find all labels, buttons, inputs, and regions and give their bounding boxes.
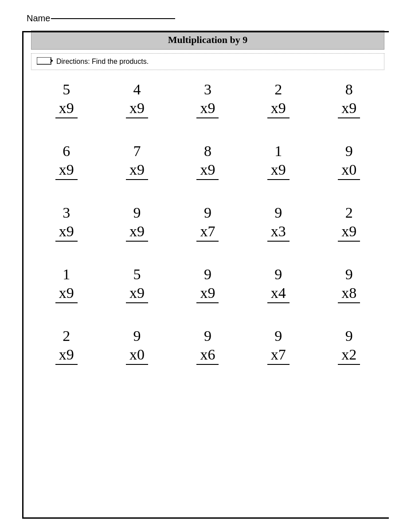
- problem-1-4: 2x9: [252, 81, 305, 118]
- problem-4-5: 9x8: [322, 266, 376, 303]
- border-bottom: [22, 517, 389, 519]
- problems-row-1: 5x94x93x92x98x9: [31, 81, 384, 118]
- problems-row-2: 6x97x98x91x99x0: [31, 143, 384, 180]
- problem-2-2: 7x9: [110, 143, 164, 180]
- problems-row-3: 3x99x99x79x32x9: [31, 204, 384, 242]
- problem-1-1: 5x9: [40, 81, 93, 118]
- name-label: Name: [27, 13, 50, 23]
- problem-top-3-2: 9: [133, 204, 141, 221]
- problem-top-5-3: 9: [204, 328, 211, 344]
- problems-section: 5x94x93x92x98x96x97x98x91x99x03x99x99x79…: [27, 81, 389, 365]
- problem-top-5-2: 9: [133, 328, 141, 344]
- problem-2-3: 8x9: [181, 143, 234, 180]
- problem-top-2-5: 9: [345, 143, 353, 160]
- problem-bottom-4-2: x9: [126, 285, 148, 303]
- problem-top-3-1: 3: [63, 204, 70, 221]
- problem-bottom-2-2: x9: [126, 161, 148, 180]
- problem-bottom-4-5: x8: [338, 285, 360, 303]
- problem-top-1-1: 5: [63, 81, 70, 98]
- problem-5-5: 9x2: [322, 328, 376, 365]
- problem-1-3: 3x9: [181, 81, 234, 118]
- problem-bottom-1-2: x9: [126, 100, 148, 118]
- problem-4-2: 5x9: [110, 266, 164, 303]
- problem-bottom-3-2: x9: [126, 223, 148, 242]
- problem-top-2-4: 1: [274, 143, 282, 160]
- problem-2-1: 6x9: [40, 143, 93, 180]
- problem-4-3: 9x9: [181, 266, 234, 303]
- border-left: [22, 31, 23, 519]
- problem-top-2-2: 7: [133, 143, 141, 160]
- problem-top-4-2: 5: [133, 266, 141, 283]
- problem-1-2: 4x9: [110, 81, 164, 118]
- problem-top-2-1: 6: [63, 143, 70, 160]
- problem-top-1-5: 8: [345, 81, 353, 98]
- svg-rect-0: [37, 57, 51, 64]
- arrow-icon: [37, 57, 53, 66]
- problem-2-5: 9x0: [322, 143, 376, 180]
- problem-bottom-5-1: x9: [55, 346, 78, 365]
- problem-top-5-4: 9: [274, 328, 282, 344]
- directions-box: Directions: Find the products.: [31, 53, 384, 70]
- problem-5-4: 9x7: [252, 328, 305, 365]
- problem-bottom-3-5: x9: [338, 223, 360, 242]
- name-line: Name: [27, 13, 389, 23]
- problem-top-3-5: 2: [345, 204, 353, 221]
- problem-bottom-1-4: x9: [267, 100, 290, 118]
- problem-bottom-5-2: x0: [126, 346, 148, 365]
- problem-bottom-1-3: x9: [196, 100, 219, 118]
- problem-bottom-3-1: x9: [55, 223, 78, 242]
- problem-3-3: 9x7: [181, 204, 234, 242]
- problem-bottom-5-5: x2: [338, 346, 360, 365]
- problem-bottom-5-3: x6: [196, 346, 219, 365]
- problem-top-3-3: 9: [204, 204, 211, 221]
- problem-top-5-5: 9: [345, 328, 353, 344]
- problem-3-1: 3x9: [40, 204, 93, 242]
- problem-bottom-2-5: x0: [338, 161, 360, 180]
- problem-bottom-5-4: x7: [267, 346, 290, 365]
- problem-bottom-4-3: x9: [196, 285, 219, 303]
- problems-row-4: 1x95x99x99x49x8: [31, 266, 384, 303]
- problem-top-2-3: 8: [204, 143, 211, 160]
- worksheet-title: Multiplication by 9: [31, 30, 384, 50]
- problem-bottom-2-4: x9: [267, 161, 290, 180]
- problem-bottom-1-1: x9: [55, 100, 78, 118]
- problem-top-5-1: 2: [63, 328, 70, 344]
- problem-2-4: 1x9: [252, 143, 305, 180]
- problem-top-3-4: 9: [274, 204, 282, 221]
- page: Name Multiplication by 9 Directions: Fin…: [0, 0, 411, 532]
- problem-top-1-4: 2: [274, 81, 282, 98]
- problem-3-2: 9x9: [110, 204, 164, 242]
- problem-bottom-1-5: x9: [338, 100, 360, 118]
- problem-bottom-4-4: x4: [267, 285, 290, 303]
- problem-top-4-1: 1: [63, 266, 70, 283]
- problem-5-1: 2x9: [40, 328, 93, 365]
- problem-3-4: 9x3: [252, 204, 305, 242]
- problem-top-4-4: 9: [274, 266, 282, 283]
- problem-5-3: 9x6: [181, 328, 234, 365]
- problems-row-5: 2x99x09x69x79x2: [31, 328, 384, 365]
- problem-bottom-3-4: x3: [267, 223, 290, 242]
- directions-text: Directions: Find the products.: [56, 58, 149, 66]
- problem-bottom-4-1: x9: [55, 285, 78, 303]
- problem-top-4-5: 9: [345, 266, 353, 283]
- problem-5-2: 9x0: [110, 328, 164, 365]
- problem-bottom-2-3: x9: [196, 161, 219, 180]
- problem-3-5: 2x9: [322, 204, 376, 242]
- problem-top-4-3: 9: [204, 266, 211, 283]
- problem-1-5: 8x9: [322, 81, 376, 118]
- name-underline: [51, 18, 175, 19]
- problem-bottom-2-1: x9: [55, 161, 78, 180]
- border-top: [22, 31, 389, 32]
- problem-4-1: 1x9: [40, 266, 93, 303]
- problem-4-4: 9x4: [252, 266, 305, 303]
- problem-top-1-3: 3: [204, 81, 211, 98]
- problem-top-1-2: 4: [133, 81, 141, 98]
- problem-bottom-3-3: x7: [196, 223, 219, 242]
